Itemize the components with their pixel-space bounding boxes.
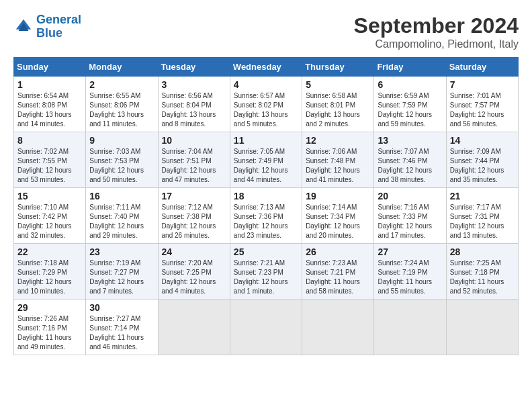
logo: General Blue (13, 13, 81, 40)
day-cell: 15 Sunrise: 7:10 AM Sunset: 7:42 PM Dayl… (14, 188, 86, 244)
day-cell: 23 Sunrise: 7:19 AM Sunset: 7:27 PM Dayl… (86, 244, 158, 300)
day-cell: 22 Sunrise: 7:18 AM Sunset: 7:29 PM Dayl… (14, 244, 86, 300)
day-cell: 8 Sunrise: 7:02 AM Sunset: 7:55 PM Dayli… (14, 132, 86, 188)
day-number: 19 (306, 191, 370, 201)
day-number: 12 (306, 135, 370, 146)
week-row-3: 15 Sunrise: 7:10 AM Sunset: 7:42 PM Dayl… (14, 188, 519, 244)
day-cell: 16 Sunrise: 7:11 AM Sunset: 7:40 PM Dayl… (86, 188, 158, 244)
day-cell (446, 300, 518, 355)
day-info: Sunrise: 7:07 AM Sunset: 7:46 PM Dayligh… (378, 147, 442, 185)
day-number: 1 (17, 79, 82, 90)
day-number: 27 (378, 246, 442, 257)
logo-blue: Blue (36, 27, 81, 40)
day-cell: 25 Sunrise: 7:21 AM Sunset: 7:23 PM Dayl… (230, 244, 302, 300)
day-info: Sunrise: 7:10 AM Sunset: 7:42 PM Dayligh… (17, 203, 82, 240)
day-cell (374, 300, 446, 355)
day-cell: 19 Sunrise: 7:14 AM Sunset: 7:34 PM Dayl… (302, 188, 374, 244)
day-number: 9 (89, 135, 154, 146)
day-info: Sunrise: 7:20 AM Sunset: 7:25 PM Dayligh… (162, 259, 226, 296)
day-number: 16 (89, 191, 154, 201)
day-number: 21 (450, 191, 515, 201)
day-cell: 14 Sunrise: 7:09 AM Sunset: 7:44 PM Dayl… (446, 132, 518, 188)
day-number: 14 (450, 135, 515, 146)
day-info: Sunrise: 7:27 AM Sunset: 7:14 PM Dayligh… (89, 314, 154, 352)
logo-icon (13, 17, 34, 37)
day-info: Sunrise: 7:01 AM Sunset: 7:57 PM Dayligh… (450, 91, 515, 129)
week-row-2: 8 Sunrise: 7:02 AM Sunset: 7:55 PM Dayli… (14, 132, 519, 188)
day-cell: 20 Sunrise: 7:16 AM Sunset: 7:33 PM Dayl… (374, 188, 446, 244)
day-cell: 11 Sunrise: 7:05 AM Sunset: 7:49 PM Dayl… (230, 132, 302, 188)
column-header-saturday: Saturday (446, 58, 518, 77)
column-header-tuesday: Tuesday (158, 58, 230, 77)
day-number: 6 (378, 79, 442, 90)
day-number: 23 (89, 246, 154, 257)
column-header-wednesday: Wednesday (230, 58, 302, 77)
day-info: Sunrise: 7:17 AM Sunset: 7:31 PM Dayligh… (450, 203, 515, 240)
day-number: 2 (89, 79, 154, 90)
location-title: Campomolino, Piedmont, Italy (354, 38, 519, 50)
day-info: Sunrise: 6:59 AM Sunset: 7:59 PM Dayligh… (378, 91, 442, 129)
day-info: Sunrise: 7:16 AM Sunset: 7:33 PM Dayligh… (378, 203, 442, 240)
day-number: 7 (450, 79, 515, 90)
page-header: General Blue September 2024 Campomolino,… (13, 13, 519, 50)
day-cell: 13 Sunrise: 7:07 AM Sunset: 7:46 PM Dayl… (374, 132, 446, 188)
day-cell: 30 Sunrise: 7:27 AM Sunset: 7:14 PM Dayl… (86, 300, 158, 355)
day-number: 30 (89, 302, 154, 313)
day-number: 8 (17, 135, 82, 146)
day-info: Sunrise: 7:25 AM Sunset: 7:18 PM Dayligh… (450, 259, 515, 296)
day-info: Sunrise: 7:21 AM Sunset: 7:23 PM Dayligh… (234, 259, 298, 296)
day-cell: 21 Sunrise: 7:17 AM Sunset: 7:31 PM Dayl… (446, 188, 518, 244)
day-info: Sunrise: 7:23 AM Sunset: 7:21 PM Dayligh… (306, 259, 370, 296)
day-info: Sunrise: 7:06 AM Sunset: 7:48 PM Dayligh… (306, 147, 370, 185)
day-number: 17 (162, 191, 226, 201)
day-cell: 28 Sunrise: 7:25 AM Sunset: 7:18 PM Dayl… (446, 244, 518, 300)
day-info: Sunrise: 7:04 AM Sunset: 7:51 PM Dayligh… (162, 147, 226, 185)
day-number: 29 (17, 302, 82, 313)
day-info: Sunrise: 7:13 AM Sunset: 7:36 PM Dayligh… (234, 203, 298, 240)
day-info: Sunrise: 7:05 AM Sunset: 7:49 PM Dayligh… (234, 147, 298, 185)
day-cell: 18 Sunrise: 7:13 AM Sunset: 7:36 PM Dayl… (230, 188, 302, 244)
day-number: 24 (162, 246, 226, 257)
day-cell: 29 Sunrise: 7:26 AM Sunset: 7:16 PM Dayl… (14, 300, 86, 355)
logo-text: General Blue (36, 13, 81, 40)
day-number: 20 (378, 191, 442, 201)
day-number: 26 (306, 246, 370, 257)
day-info: Sunrise: 6:54 AM Sunset: 8:08 PM Dayligh… (17, 91, 82, 129)
day-cell: 10 Sunrise: 7:04 AM Sunset: 7:51 PM Dayl… (158, 132, 230, 188)
day-cell (302, 300, 374, 355)
day-number: 18 (234, 191, 298, 201)
column-header-thursday: Thursday (302, 58, 374, 77)
day-cell: 24 Sunrise: 7:20 AM Sunset: 7:25 PM Dayl… (158, 244, 230, 300)
day-cell: 2 Sunrise: 6:55 AM Sunset: 8:06 PM Dayli… (86, 77, 158, 132)
day-info: Sunrise: 7:14 AM Sunset: 7:34 PM Dayligh… (306, 203, 370, 240)
day-number: 22 (17, 246, 82, 257)
day-info: Sunrise: 7:12 AM Sunset: 7:38 PM Dayligh… (162, 203, 226, 240)
day-info: Sunrise: 7:18 AM Sunset: 7:29 PM Dayligh… (17, 259, 82, 296)
day-cell: 17 Sunrise: 7:12 AM Sunset: 7:38 PM Dayl… (158, 188, 230, 244)
logo-general: General (36, 13, 81, 26)
day-cell: 4 Sunrise: 6:57 AM Sunset: 8:02 PM Dayli… (230, 77, 302, 132)
day-cell: 9 Sunrise: 7:03 AM Sunset: 7:53 PM Dayli… (86, 132, 158, 188)
column-header-friday: Friday (374, 58, 446, 77)
day-cell: 12 Sunrise: 7:06 AM Sunset: 7:48 PM Dayl… (302, 132, 374, 188)
day-cell: 26 Sunrise: 7:23 AM Sunset: 7:21 PM Dayl… (302, 244, 374, 300)
title-area: September 2024 Campomolino, Piedmont, It… (354, 13, 519, 50)
day-number: 3 (162, 79, 226, 90)
day-number: 11 (234, 135, 298, 146)
day-number: 4 (234, 79, 298, 90)
day-info: Sunrise: 7:02 AM Sunset: 7:55 PM Dayligh… (17, 147, 82, 185)
day-cell: 3 Sunrise: 6:56 AM Sunset: 8:04 PM Dayli… (158, 77, 230, 132)
day-number: 15 (17, 191, 82, 201)
column-header-monday: Monday (86, 58, 158, 77)
day-cell (230, 300, 302, 355)
day-info: Sunrise: 7:09 AM Sunset: 7:44 PM Dayligh… (450, 147, 515, 185)
header-row: SundayMondayTuesdayWednesdayThursdayFrid… (14, 58, 519, 77)
day-number: 10 (162, 135, 226, 146)
day-info: Sunrise: 6:58 AM Sunset: 8:01 PM Dayligh… (306, 91, 370, 129)
day-number: 28 (450, 246, 515, 257)
day-number: 5 (306, 79, 370, 90)
day-cell: 5 Sunrise: 6:58 AM Sunset: 8:01 PM Dayli… (302, 77, 374, 132)
day-cell: 27 Sunrise: 7:24 AM Sunset: 7:19 PM Dayl… (374, 244, 446, 300)
day-info: Sunrise: 7:24 AM Sunset: 7:19 PM Dayligh… (378, 259, 442, 296)
calendar-table: SundayMondayTuesdayWednesdayThursdayFrid… (13, 57, 519, 355)
